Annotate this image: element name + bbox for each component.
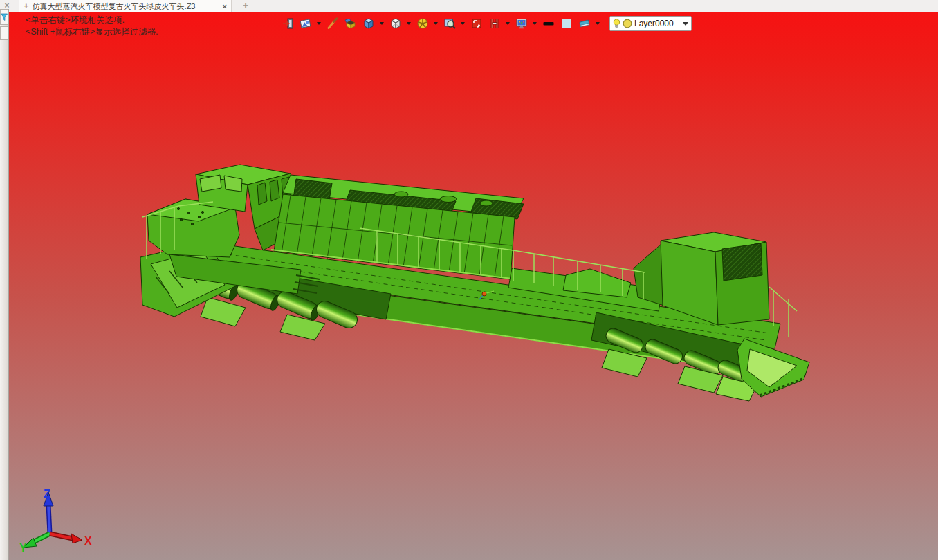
funnel-icon <box>1 13 8 21</box>
tab-bar: × + 仿真大型蒸汽火车模型复古火车头绿皮火车头.Z3 × + <box>0 0 938 12</box>
z-axis-label: Z <box>44 488 50 500</box>
x-axis-label: X <box>84 535 92 547</box>
locomotive-model[interactable] <box>9 12 938 560</box>
new-tab-button[interactable]: + <box>238 0 253 12</box>
filter-button[interactable] <box>0 9 8 25</box>
tab-close-icon[interactable]: × <box>223 2 227 10</box>
collapsed-panel-button[interactable] <box>0 26 8 40</box>
y-axis-label: Y <box>19 542 27 554</box>
coordinate-triad: Z Y X <box>14 484 97 557</box>
document-tab[interactable]: + 仿真大型蒸汽火车模型复古火车头绿皮火车头.Z3 × <box>19 0 232 12</box>
left-panel-strip <box>0 9 9 560</box>
loco-geometry <box>140 165 809 401</box>
document-icon: + <box>24 1 29 12</box>
viewport-3d[interactable]: <单击右键>环境相关选项. <Shift +鼠标右键>显示选择过滤器. <box>9 12 938 560</box>
document-tab-title: 仿真大型蒸汽火车模型复古火车头绿皮火车头.Z3 <box>33 1 219 12</box>
